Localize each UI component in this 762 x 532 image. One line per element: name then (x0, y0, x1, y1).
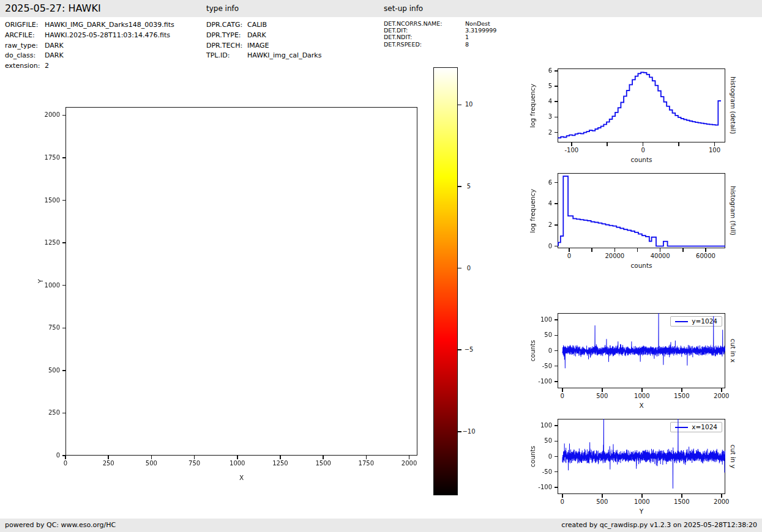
x-tick-label: 60000 (696, 253, 715, 259)
x-tick-label: 1250 (272, 460, 288, 467)
y-tick-label: 1000 (0, 282, 60, 289)
x-axis-tick (614, 248, 616, 252)
cut_in_x-canvas (558, 313, 725, 388)
x-axis-tick (721, 494, 722, 498)
x-tick-label: 250 (103, 460, 114, 467)
cut_in_y-right-caption: cut in y (729, 419, 738, 494)
x-axis-minor-tick (591, 248, 592, 252)
x-axis-tick (641, 388, 643, 392)
cut_in_x-xlabel: X (558, 402, 725, 409)
y-tick-label: 2 (0, 129, 552, 136)
y-axis-tick (62, 370, 66, 371)
histogram_detail-right-caption: histogram (detail) (729, 68, 738, 142)
x-axis-minor-tick (682, 248, 684, 252)
histogram_detail-canvas (558, 68, 725, 142)
y-tick-label: 6 (0, 179, 552, 186)
y-tick-label: 750 (0, 324, 60, 331)
y-tick-label: 100 (0, 316, 552, 323)
x-axis-tick (641, 494, 643, 498)
footer-left: powered by QC: www.eso.org/HC (5, 521, 116, 529)
qc-report-page: 2025-05-27: HAWKI type info set-up info … (0, 0, 762, 532)
x-axis-tick (660, 248, 661, 252)
x-tick-label: 500 (146, 460, 157, 467)
y-tick-label: -50 (0, 363, 552, 369)
histogram_full-right-caption: histogram (full) (729, 173, 738, 248)
cut_in_y-canvas (558, 419, 725, 494)
cut_in_x-ylabel: counts (528, 313, 537, 388)
histogram_full-xlabel: counts (558, 262, 725, 269)
colorbar-tick-label: 0 (467, 265, 471, 272)
raw_frame-frame (65, 107, 417, 456)
x-tick-label: 0 (561, 393, 564, 399)
y-tick-label: 4 (0, 200, 552, 207)
page-footer: powered by QC: www.eso.org/HC created by… (0, 519, 762, 532)
x-axis-tick (602, 494, 603, 498)
x-axis-tick (714, 142, 715, 146)
x-tick-label: 2000 (714, 498, 729, 505)
histogram_detail-xlabel: counts (558, 156, 725, 163)
y-tick-label: 5 (0, 83, 552, 89)
y-tick-label: 6 (0, 67, 552, 74)
histogram_detail-ylabel: log frequency (528, 68, 537, 142)
x-tick-label: 0 (64, 460, 67, 467)
x-tick-label: 1000 (634, 393, 649, 399)
x-tick-label: 2000 (402, 460, 417, 467)
x-axis-minor-tick (607, 142, 608, 146)
y-axis-tick (62, 328, 66, 329)
y-tick-label: 2 (0, 221, 552, 228)
x-tick-label: 0 (641, 147, 644, 153)
x-axis-tick (602, 388, 603, 392)
x-tick-label: 750 (189, 460, 200, 467)
y-tick-label: -100 (0, 484, 552, 490)
x-tick-label: 100 (709, 147, 720, 153)
x-axis-tick (681, 494, 682, 498)
y-tick-label: 4 (0, 98, 552, 105)
y-axis-tick (62, 413, 66, 414)
colorbar-tick (458, 431, 461, 432)
histogram_full-canvas (558, 173, 725, 248)
x-tick-label: 1000 (634, 498, 649, 505)
y-tick-label: 50 (0, 437, 552, 444)
colorbar-tick (458, 268, 461, 269)
cut_in_y-ylabel: counts (528, 419, 537, 494)
x-axis-tick (681, 388, 682, 392)
x-axis-tick (705, 248, 706, 252)
x-tick-label: 0 (567, 253, 571, 259)
raw_frame-xlabel: X (65, 474, 417, 481)
colorbar-tick-label: −10 (462, 428, 475, 435)
y-tick-label: 0 (0, 453, 552, 460)
y-tick-label: 250 (0, 409, 60, 416)
x-tick-label: 2000 (714, 393, 729, 399)
x-tick-label: 1500 (315, 460, 331, 467)
x-tick-label: 1750 (359, 460, 374, 467)
cut_in_y-xlabel: Y (558, 508, 725, 515)
x-axis-tick (562, 494, 563, 498)
footer-right: created by qc_rawdisp.py v1.2.3 on 2025-… (561, 521, 757, 529)
x-tick-label: -100 (564, 147, 578, 153)
x-axis-minor-tick (637, 248, 638, 252)
y-axis-tick (62, 157, 66, 158)
x-axis-tick (562, 388, 563, 392)
x-tick-label: 500 (596, 393, 608, 399)
y-axis-tick (62, 285, 66, 286)
raw_frame-ylabel: Y (36, 107, 45, 456)
y-tick-label: -100 (0, 378, 552, 385)
x-axis-tick (721, 388, 722, 392)
x-axis-tick (643, 142, 644, 146)
y-tick-label: 0 (0, 243, 552, 249)
x-tick-label: 500 (596, 498, 608, 505)
colorbar-tick (458, 186, 461, 187)
y-tick-label: 0 (0, 347, 552, 354)
x-axis-tick (569, 248, 570, 252)
y-tick-label: 3 (0, 113, 552, 120)
x-tick-label: 40000 (651, 253, 670, 259)
y-tick-label: -50 (0, 468, 552, 475)
x-tick-label: 0 (561, 498, 564, 505)
y-tick-label: 1750 (0, 154, 60, 161)
y-tick-label: 50 (0, 331, 552, 338)
x-axis-tick (571, 142, 572, 146)
x-tick-label: 1000 (230, 460, 245, 467)
x-tick-label: 1500 (674, 393, 689, 399)
y-tick-label: 100 (0, 422, 552, 429)
cut_in_x-right-caption: cut in x (729, 313, 738, 388)
